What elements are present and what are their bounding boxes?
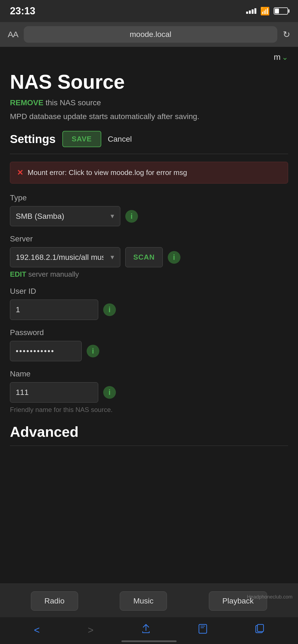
edit-link-text[interactable]: EDIT	[10, 270, 26, 278]
signal-bar-2	[249, 10, 251, 14]
name-field-group: Name i Friendly name for this NAS source…	[10, 370, 288, 414]
bottom-tabs: Radio Music Playback	[0, 584, 298, 617]
server-info-button[interactable]: i	[168, 251, 180, 264]
battery-fill	[275, 9, 279, 14]
page-title: NAS Source	[10, 71, 288, 93]
name-field-row: i	[10, 382, 288, 403]
browser-bar: AA moode.local ↻	[0, 22, 298, 47]
password-field-group: Password i	[10, 328, 288, 361]
edit-link[interactable]: EDIT server manually	[10, 270, 288, 279]
type-field-group: Type SMB (Samba) NFS ▼ i	[10, 193, 288, 226]
settings-divider	[10, 154, 288, 154]
wifi-icon: 📶	[260, 7, 270, 16]
tab-radio[interactable]: Radio	[31, 591, 78, 611]
home-indicator	[0, 641, 298, 644]
password-info-button[interactable]: i	[87, 345, 99, 357]
status-icons: 📶	[246, 7, 288, 16]
browser-url-bar[interactable]: moode.local	[24, 26, 277, 43]
userid-field-row: i	[10, 300, 288, 320]
error-banner[interactable]: ✕ Mount error: Click to view moode.log f…	[10, 162, 288, 184]
reload-icon[interactable]: ↻	[283, 29, 290, 40]
name-hint: Friendly name for this NAS source.	[10, 406, 288, 414]
type-select[interactable]: SMB (Samba) NFS	[10, 206, 120, 226]
battery-icon	[274, 7, 288, 15]
info-text: MPD database update starts automatically…	[10, 112, 288, 121]
signal-bar-3	[252, 9, 254, 14]
forward-button[interactable]: >	[88, 624, 94, 636]
name-input[interactable]	[10, 382, 98, 403]
svg-rect-2	[257, 624, 264, 632]
remove-link-text[interactable]: REMOVE	[10, 98, 43, 107]
main-content: m ⌄ NAS Source REMOVE this NAS source MP…	[0, 47, 298, 531]
share-button[interactable]	[142, 624, 150, 636]
tabs-button[interactable]	[255, 624, 264, 636]
server-field-group: Server 192.168.2.1/music/all music ▼ SCA…	[10, 235, 288, 279]
tab-music[interactable]: Music	[120, 591, 167, 611]
bottom-spacer	[10, 454, 288, 531]
advanced-divider	[10, 446, 288, 446]
signal-icon	[246, 8, 256, 14]
error-icon: ✕	[17, 168, 23, 177]
watermark: Headphoneclub.com	[247, 594, 292, 600]
bottom-tab-bar: Radio Music Playback < >	[0, 583, 298, 644]
bookmarks-button[interactable]	[198, 624, 207, 636]
userid-label: User ID	[10, 287, 288, 296]
signal-bar-1	[246, 12, 248, 14]
nav-chevron-icon: ⌄	[282, 53, 288, 62]
edit-link-rest: server manually	[26, 270, 79, 278]
settings-label: Settings	[10, 133, 56, 146]
scan-button[interactable]: SCAN	[125, 247, 163, 267]
password-field-row: i	[10, 341, 288, 361]
top-nav: m ⌄	[10, 47, 288, 64]
error-message: Mount error: Click to view moode.log for…	[28, 168, 187, 177]
userid-field-group: User ID i	[10, 287, 288, 320]
back-button[interactable]: <	[34, 624, 40, 636]
nav-user-label: m	[274, 52, 281, 62]
remove-link[interactable]: REMOVE this NAS source	[10, 98, 288, 107]
signal-bar-4	[254, 8, 256, 14]
userid-input[interactable]	[10, 300, 98, 320]
name-info-button[interactable]: i	[103, 386, 116, 399]
nav-user[interactable]: m ⌄	[274, 52, 288, 62]
browser-aa-label[interactable]: AA	[8, 30, 18, 39]
cancel-button[interactable]: Cancel	[108, 135, 132, 144]
save-button[interactable]: SAVE	[62, 131, 101, 147]
status-time: 23:13	[10, 5, 35, 17]
remove-link-rest: this NAS source	[43, 98, 101, 107]
password-label: Password	[10, 328, 288, 337]
home-bar	[121, 640, 177, 642]
type-info-button[interactable]: i	[125, 210, 138, 223]
server-label: Server	[10, 235, 288, 243]
type-field-row: SMB (Samba) NFS ▼ i	[10, 206, 288, 226]
browser-nav-bar: < >	[0, 617, 298, 641]
advanced-title: Advanced	[10, 424, 288, 440]
svg-rect-0	[199, 624, 207, 633]
password-input[interactable]	[10, 341, 82, 361]
status-bar: 23:13 📶	[0, 0, 298, 22]
name-label: Name	[10, 370, 288, 378]
server-field-row: 192.168.2.1/music/all music ▼ SCAN i	[10, 247, 288, 267]
type-select-wrapper: SMB (Samba) NFS ▼	[10, 206, 120, 226]
settings-row: Settings SAVE Cancel	[10, 131, 288, 147]
server-select-wrapper: 192.168.2.1/music/all music ▼	[10, 247, 120, 267]
userid-info-button[interactable]: i	[103, 303, 116, 316]
type-label: Type	[10, 193, 288, 202]
server-select[interactable]: 192.168.2.1/music/all music	[10, 247, 120, 267]
